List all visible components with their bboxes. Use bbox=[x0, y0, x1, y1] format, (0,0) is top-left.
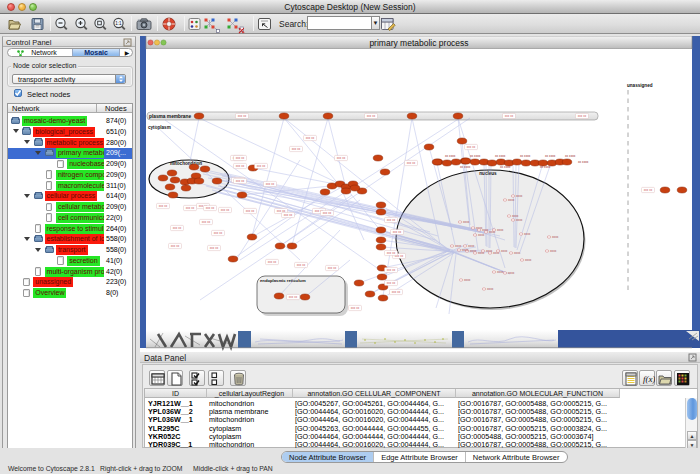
svg-text:xxx xx: xxx xx bbox=[221, 208, 230, 212]
svg-text:xxxx: xxxx bbox=[516, 218, 523, 222]
svg-text:unassigned: unassigned bbox=[627, 83, 653, 88]
svg-text:xxxx: xxxx bbox=[478, 233, 485, 237]
svg-text:xxx xx: xxx xx bbox=[467, 145, 476, 149]
svg-text:xx xxxx: xx xxxx bbox=[540, 165, 551, 169]
svg-text:xxx xx: xxx xx bbox=[323, 211, 332, 215]
svg-text:xxx xx: xxx xx bbox=[159, 204, 168, 208]
svg-text:xxx xx: xxx xx bbox=[407, 161, 416, 165]
svg-text:f(x): f(x) bbox=[643, 374, 655, 384]
svg-text:xxx xx: xxx xx bbox=[387, 218, 396, 222]
svg-text:xxx xx: xxx xx bbox=[246, 209, 255, 213]
svg-text:xx xxxx: xx xxxx bbox=[500, 165, 511, 169]
svg-text:xxx xx: xxx xx bbox=[214, 231, 223, 235]
svg-text:xxx xx: xxx xx bbox=[297, 263, 306, 267]
svg-text:xxxx: xxxx bbox=[464, 278, 471, 282]
svg-text:xx xxxx: xx xxxx bbox=[578, 160, 589, 164]
svg-text:xxx xx: xxx xx bbox=[292, 147, 301, 151]
svg-text:xx xxxx: xx xxxx bbox=[565, 154, 576, 158]
svg-text:xxxx: xxxx bbox=[468, 244, 475, 248]
svg-text:xxx xx: xxx xx bbox=[268, 260, 277, 264]
svg-text:xxx xx: xxx xx bbox=[328, 266, 337, 270]
svg-text:xxxx: xxxx bbox=[462, 248, 469, 252]
svg-text:xxx xx: xxx xx bbox=[236, 164, 245, 168]
svg-text:xxxx: xxxx bbox=[508, 198, 515, 202]
svg-text:endoplasmic reticulum: endoplasmic reticulum bbox=[260, 278, 306, 283]
svg-text:xxx xx: xxx xx bbox=[236, 179, 245, 183]
svg-text:xxx xx: xxx xx bbox=[505, 114, 514, 118]
svg-text:xxxx: xxxx bbox=[508, 271, 515, 275]
svg-text:xxx xx: xxx xx bbox=[306, 136, 315, 140]
svg-text:xxx xx: xxx xx bbox=[236, 156, 245, 160]
svg-text:xxx xx: xxx xx bbox=[578, 114, 587, 118]
svg-text:1:1: 1:1 bbox=[115, 21, 122, 26]
svg-text:xxx xx: xxx xx bbox=[387, 281, 396, 285]
svg-text:xxx xx: xxx xx bbox=[206, 206, 215, 210]
svg-text:xxx xx: xxx xx bbox=[284, 213, 293, 217]
svg-text:xxxx: xxxx bbox=[552, 235, 559, 239]
svg-text:xxx xx: xxx xx bbox=[644, 188, 653, 192]
svg-text:xxx xx: xxx xx bbox=[393, 230, 402, 234]
svg-text:xxxx: xxxx bbox=[550, 249, 557, 253]
svg-text:xxx xx: xxx xx bbox=[387, 251, 396, 255]
svg-text:xxxx: xxxx bbox=[497, 270, 504, 274]
svg-text:xxx xx: xxx xx bbox=[257, 164, 266, 168]
svg-text:xxx xx: xxx xx bbox=[351, 306, 360, 310]
svg-text:xx xxxx: xx xxxx bbox=[520, 154, 531, 158]
svg-text:xxx xx: xxx xx bbox=[171, 244, 180, 248]
svg-text:xxx xx: xxx xx bbox=[392, 290, 401, 294]
svg-text:xxxx: xxxx bbox=[497, 228, 504, 232]
svg-text:xx xxxx: xx xxxx bbox=[470, 154, 481, 158]
svg-text:xxx xx: xxx xx bbox=[387, 268, 396, 272]
svg-text:xxx xx: xxx xx bbox=[210, 246, 219, 250]
svg-text:xxx xx: xxx xx bbox=[289, 295, 298, 299]
svg-text:xxx xx: xxx xx bbox=[186, 206, 195, 210]
svg-text:xxxx: xxxx bbox=[487, 287, 494, 291]
svg-text:xxxx: xxxx bbox=[514, 251, 521, 255]
svg-text:xxx xx: xxx xx bbox=[202, 220, 211, 224]
svg-text:xx xxxx: xx xxxx bbox=[495, 154, 506, 158]
svg-text:xxxx: xxxx bbox=[501, 249, 508, 253]
svg-text:primary metabolic process: primary metabolic process bbox=[369, 38, 468, 48]
svg-text:xx xxxx: xx xxxx bbox=[460, 165, 471, 169]
svg-text:xxxx: xxxx bbox=[512, 214, 519, 218]
svg-text:xxxx: xxxx bbox=[455, 244, 462, 248]
svg-text:xxxx: xxxx bbox=[516, 194, 523, 198]
svg-text:xx xxxx: xx xxxx bbox=[445, 154, 456, 158]
svg-text:xxxx: xxxx bbox=[524, 232, 531, 236]
svg-text:xxx xx: xxx xx bbox=[238, 114, 247, 118]
svg-text:plasma membrane: plasma membrane bbox=[149, 114, 191, 119]
svg-text:xxx xx: xxx xx bbox=[266, 182, 275, 186]
svg-text:nucleus: nucleus bbox=[479, 171, 497, 176]
svg-text:xxxx: xxxx bbox=[525, 258, 532, 262]
svg-text:xx xxxx: xx xxxx bbox=[545, 154, 556, 158]
svg-text:xxx xx: xxx xx bbox=[337, 156, 346, 160]
svg-text:xxx xx: xxx xx bbox=[367, 114, 376, 118]
svg-text:xxx xx: xxx xx bbox=[173, 226, 182, 230]
svg-text:xxxx: xxxx bbox=[463, 220, 470, 224]
